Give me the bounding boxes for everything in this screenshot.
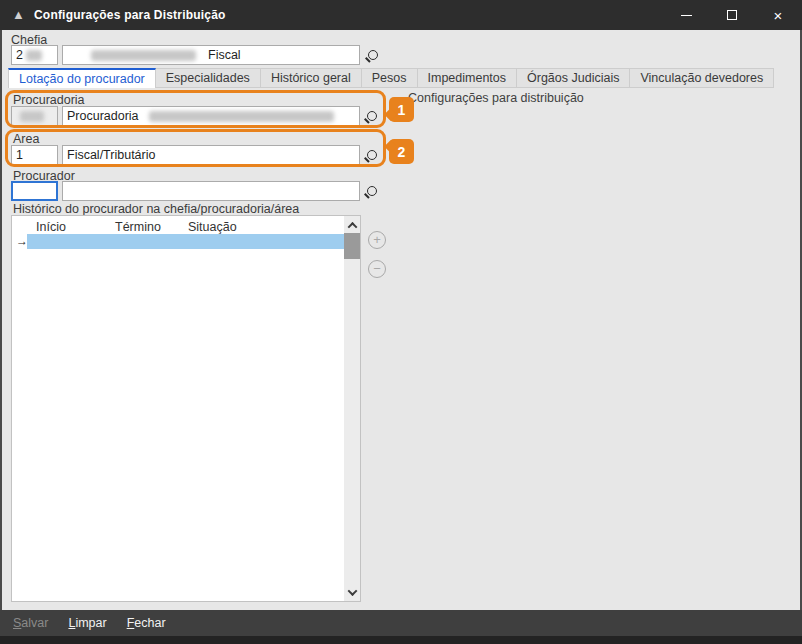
dialog-window: ▲ Configurações para Distribuição × Chef… — [0, 0, 802, 644]
add-row-button[interactable]: + — [368, 231, 386, 249]
annotation-marker-2: 2 — [389, 139, 414, 164]
tab-label: Impedimentos — [428, 71, 507, 85]
minimize-icon — [681, 15, 692, 16]
table-row-selected[interactable] — [27, 234, 344, 249]
procuradoria-name-field[interactable]: Procuradoria — [62, 106, 360, 126]
area-search-button[interactable] — [363, 146, 381, 164]
area-name-field[interactable]: Fiscal/Tributário — [62, 145, 360, 165]
tab-label: Histórico geral — [271, 71, 351, 85]
maximize-button[interactable] — [714, 0, 750, 30]
area-code-value: 1 — [16, 148, 23, 162]
fechar-button[interactable]: Fechar — [127, 616, 166, 630]
footer-bar: Salvar Limpar Fechar — [0, 610, 802, 636]
minus-icon: − — [373, 262, 381, 276]
scroll-up-button[interactable] — [344, 217, 360, 233]
chefia-code-value: 2 — [16, 48, 23, 62]
historico-label: Histórico do procurador na chefia/procur… — [13, 202, 299, 216]
tab-label: Lotação do procurador — [19, 72, 145, 86]
tab-label: Órgãos Judiciais — [527, 71, 619, 85]
close-icon: × — [774, 8, 783, 23]
marker-number: 2 — [398, 144, 406, 160]
procurador-search-button[interactable] — [363, 182, 381, 200]
column-header-situacao: Situação — [188, 220, 237, 234]
limpar-label-rest: impar — [75, 616, 106, 630]
tab-label: Especialidades — [166, 71, 250, 85]
fechar-label-rest: echar — [134, 616, 165, 630]
window-title: Configurações para Distribuição — [34, 8, 226, 22]
tab-impedimentos[interactable]: Impedimentos — [418, 68, 518, 88]
search-icon — [367, 150, 377, 160]
column-header-termino: Término — [115, 220, 161, 234]
chefia-name-field[interactable]: Fiscal — [62, 45, 360, 65]
procuradoria-label: Procuradoria — [13, 93, 85, 107]
salvar-button[interactable]: Salvar — [13, 616, 48, 630]
vertical-scrollbar[interactable] — [344, 216, 360, 601]
remove-row-button[interactable]: − — [368, 260, 386, 278]
redacted-text — [149, 111, 334, 122]
redacted-text — [26, 50, 42, 61]
chefia-code-field[interactable]: 2 — [11, 45, 58, 65]
maximize-icon — [727, 10, 737, 20]
plus-icon: + — [373, 233, 381, 247]
procurador-name-field[interactable] — [62, 181, 360, 201]
redacted-text — [20, 111, 44, 122]
tab-historico-geral[interactable]: Histórico geral — [261, 68, 362, 88]
window-bottom-border — [0, 636, 802, 644]
search-icon — [368, 50, 378, 60]
limpar-button[interactable]: Limpar — [68, 616, 106, 630]
tab-especialidades[interactable]: Especialidades — [156, 68, 261, 88]
tab-label: Vinculação devedores — [640, 71, 763, 85]
redacted-text — [91, 50, 196, 61]
minimize-button[interactable] — [668, 0, 704, 30]
app-icon: ▲ — [12, 7, 25, 23]
tab-label: Pesos — [372, 71, 407, 85]
procuradoria-name-value: Procuradoria — [67, 109, 139, 123]
search-icon — [367, 186, 377, 196]
scrollbar-thumb[interactable] — [344, 233, 360, 259]
procuradoria-search-button[interactable] — [363, 107, 381, 125]
tab-vinculacao-devedores[interactable]: Vinculação devedores — [630, 68, 774, 88]
search-icon — [367, 111, 377, 121]
chevron-up-icon — [347, 221, 357, 231]
tab-bar: Lotação do procurador Especialidades His… — [8, 68, 774, 88]
column-header-inicio: Início — [36, 220, 66, 234]
tab-orgaos-judiciais[interactable]: Órgãos Judiciais — [517, 68, 630, 88]
chefia-search-button[interactable] — [364, 46, 382, 64]
tab-pesos[interactable]: Pesos — [362, 68, 418, 88]
area-code-field[interactable]: 1 — [11, 145, 58, 165]
close-button[interactable]: × — [760, 0, 796, 30]
chefia-name-value: Fiscal — [208, 48, 241, 62]
procuradoria-code-field[interactable] — [11, 106, 58, 126]
annotation-marker-1: 1 — [389, 97, 414, 122]
historico-grid[interactable]: Início Término Situação → — [11, 215, 361, 602]
procurador-code-field[interactable] — [11, 181, 58, 201]
tab-lotacao-do-procurador[interactable]: Lotação do procurador — [8, 68, 156, 88]
area-name-value: Fiscal/Tributário — [67, 148, 155, 162]
area-label: Area — [13, 132, 39, 146]
side-panel-title: Configurações para distribuição — [408, 91, 584, 105]
salvar-label-rest: alvar — [21, 616, 48, 630]
marker-number: 1 — [398, 102, 406, 118]
chevron-down-icon — [347, 586, 357, 596]
title-bar: ▲ Configurações para Distribuição × — [0, 0, 802, 30]
scroll-down-button[interactable] — [344, 584, 360, 600]
